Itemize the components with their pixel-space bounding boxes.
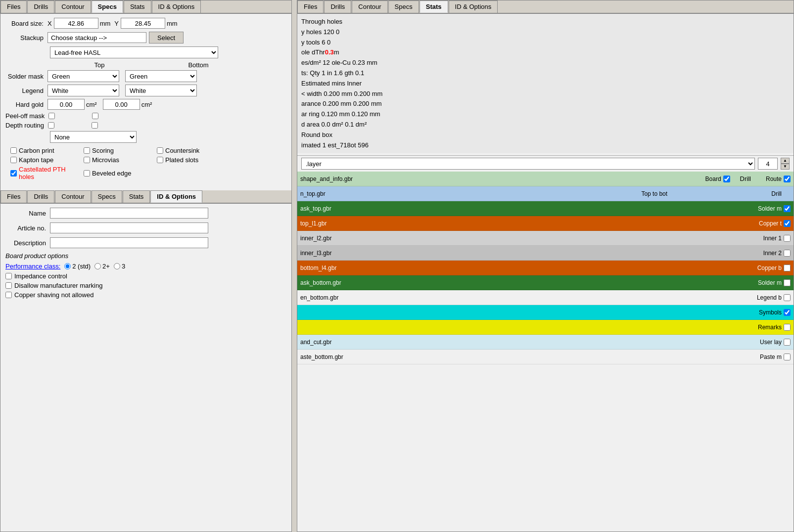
hard-gold-top-input[interactable] bbox=[47, 99, 85, 110]
layer-checkbox-paste-bottom[interactable] bbox=[784, 354, 791, 360]
bottom-tab-files[interactable]: Files bbox=[0, 190, 27, 203]
scoring-label: Scoring bbox=[92, 147, 114, 154]
layer-num-input[interactable] bbox=[758, 158, 778, 170]
bottom-tab-id-options[interactable]: ID & Options bbox=[150, 190, 202, 203]
perf-class-link[interactable]: Performance class: bbox=[5, 263, 60, 270]
none-select[interactable]: None bbox=[50, 131, 137, 143]
layer-checkbox-inner2[interactable] bbox=[784, 250, 791, 257]
peel-off-top-checkbox[interactable] bbox=[48, 113, 55, 119]
right-tab-drills[interactable]: Drills bbox=[324, 0, 351, 13]
layer-down-button[interactable]: ▼ bbox=[781, 164, 790, 170]
tab-stats[interactable]: Stats bbox=[124, 0, 151, 13]
layer-item-inner1: inner_l2.gbr Inner 1 bbox=[297, 231, 794, 246]
stats-content: Through holes y holes 120 0 y tools 6 0 … bbox=[297, 14, 794, 153]
article-input[interactable] bbox=[50, 222, 208, 233]
microvias-option: Microvias bbox=[84, 156, 153, 164]
finish-select[interactable]: Lead-free HASL bbox=[50, 46, 218, 58]
peel-off-row: Peel-off mask bbox=[5, 112, 286, 120]
castellated-checkbox[interactable] bbox=[10, 170, 17, 177]
carbon-print-option: Carbon print bbox=[10, 147, 80, 154]
stats-diam-rest: m bbox=[334, 48, 339, 56]
layer-filename-legend-bottom: en_bottom.gbr bbox=[300, 294, 757, 301]
layer-checkbox-board[interactable] bbox=[723, 176, 730, 182]
select-button[interactable]: Select bbox=[149, 32, 184, 44]
copper-shaving-checkbox[interactable] bbox=[5, 292, 12, 298]
radio-2std-input[interactable] bbox=[64, 263, 71, 269]
board-size-label: Board size: bbox=[5, 20, 47, 27]
hard-gold-row: Hard gold cm² cm² bbox=[5, 99, 286, 110]
description-input[interactable] bbox=[50, 237, 208, 248]
kapton-tape-checkbox[interactable] bbox=[10, 157, 17, 163]
bottom-tab-contour[interactable]: Contour bbox=[55, 190, 91, 203]
impedance-checkbox[interactable] bbox=[5, 273, 12, 279]
tab-specs[interactable]: Specs bbox=[92, 0, 123, 13]
bottom-tab-drills[interactable]: Drills bbox=[27, 190, 54, 203]
legend-top-select[interactable]: WhiteBlackNone bbox=[47, 85, 119, 96]
layer-type-user: User lay bbox=[760, 339, 784, 346]
microvias-checkbox[interactable] bbox=[84, 157, 90, 163]
right-tab-bar: Files Drills Contour Specs Stats ID & Op… bbox=[297, 0, 794, 14]
layer-checkbox-remarks[interactable] bbox=[784, 324, 791, 331]
legend-label: Legend bbox=[5, 87, 47, 94]
stats-red-val: 0.3 bbox=[325, 48, 334, 56]
layer-up-button[interactable]: ▲ bbox=[781, 158, 790, 164]
scoring-checkbox[interactable] bbox=[84, 147, 90, 154]
layer-select[interactable]: .layer Top Bottom Inner 1 Inner 2 bbox=[301, 158, 755, 170]
layer-item-solder-top: ask_top.gbr Solder m bbox=[297, 201, 794, 216]
right-tab-specs[interactable]: Specs bbox=[388, 0, 419, 13]
layer-checkbox-copper-bottom[interactable] bbox=[784, 265, 791, 271]
stats-line-12: imated 1 est_718ot 596 bbox=[301, 140, 790, 151]
layer-checkbox-legend-bottom[interactable] bbox=[784, 294, 791, 301]
depth-routing-bottom-checkbox[interactable] bbox=[92, 122, 98, 129]
layer-checkbox-inner1[interactable] bbox=[784, 235, 791, 242]
beveled-edge-checkbox[interactable] bbox=[84, 170, 90, 177]
plated-slots-checkbox[interactable] bbox=[157, 157, 163, 163]
right-tab-contour[interactable]: Contour bbox=[352, 0, 387, 13]
cm2-label-bottom: cm² bbox=[141, 101, 152, 108]
layer-checkbox-solder-bottom[interactable] bbox=[784, 279, 791, 286]
stats-line-10: ar ring 0.120 mm 0.120 mm bbox=[301, 109, 790, 120]
layer-checkbox-solder-top[interactable] bbox=[784, 205, 791, 212]
stackup-input[interactable] bbox=[47, 32, 146, 43]
radio-2plus-input[interactable] bbox=[94, 263, 101, 269]
layer-checkbox-copper-top[interactable] bbox=[784, 220, 791, 227]
bottom-tab-stats[interactable]: Stats bbox=[123, 190, 150, 203]
name-input[interactable] bbox=[50, 208, 208, 219]
hard-gold-bottom-input[interactable] bbox=[103, 99, 140, 110]
layer-item-inner2: inner_l3.gbr Inner 2 bbox=[297, 246, 794, 261]
tab-files[interactable]: Files bbox=[0, 0, 27, 13]
layer-filename-shape: shape_and_info.gbr bbox=[300, 176, 705, 182]
kapton-tape-option: Kapton tape bbox=[10, 156, 80, 164]
tab-contour[interactable]: Contour bbox=[55, 0, 91, 13]
layer-drill-label: Drill bbox=[771, 190, 784, 197]
countersink-checkbox[interactable] bbox=[157, 147, 163, 154]
layer-checkbox-symbols[interactable] bbox=[784, 309, 791, 316]
radio-3-input[interactable] bbox=[114, 263, 120, 269]
layer-item-shape: shape_and_info.gbr Board Drill Route bbox=[297, 172, 794, 186]
disallow-marking-checkbox[interactable] bbox=[5, 282, 12, 289]
peel-off-bottom-checkbox[interactable] bbox=[92, 113, 98, 119]
layer-type-board: Board bbox=[705, 176, 723, 182]
bottom-tab-specs[interactable]: Specs bbox=[92, 190, 122, 203]
solder-mask-top-select[interactable]: GreenWhiteBlack bbox=[47, 70, 119, 82]
bottom-col-header: Bottom bbox=[149, 61, 248, 69]
stats-line-11: d area 0.0 dm² 0.1 dm² bbox=[301, 120, 790, 130]
castellated-option: Castellated PTH holes bbox=[10, 166, 80, 180]
depth-routing-top-checkbox[interactable] bbox=[48, 122, 54, 129]
solder-mask-bottom-select[interactable]: GreenWhiteBlack bbox=[125, 70, 197, 82]
board-size-x-input[interactable] bbox=[54, 18, 98, 29]
legend-bottom-select[interactable]: WhiteBlackNone bbox=[125, 85, 197, 96]
board-size-y-input[interactable] bbox=[121, 18, 165, 29]
carbon-print-checkbox[interactable] bbox=[10, 147, 17, 154]
right-tab-files[interactable]: Files bbox=[297, 0, 324, 13]
layer-checkbox-user[interactable] bbox=[784, 339, 791, 346]
route-checkbox[interactable] bbox=[784, 176, 791, 182]
right-tab-stats[interactable]: Stats bbox=[420, 0, 448, 13]
right-tab-id-options[interactable]: ID & Options bbox=[449, 0, 498, 13]
tab-drills[interactable]: Drills bbox=[27, 0, 54, 13]
tab-id-options[interactable]: ID & Options bbox=[152, 0, 201, 13]
plated-slots-option: Plated slots bbox=[157, 156, 236, 164]
board-options-title: Board product options bbox=[5, 252, 286, 260]
stats-line-6: ts: Qty 1 in 1.6 gth 0.1 bbox=[301, 68, 790, 79]
layer-type-symbols: Symbols bbox=[759, 309, 784, 316]
